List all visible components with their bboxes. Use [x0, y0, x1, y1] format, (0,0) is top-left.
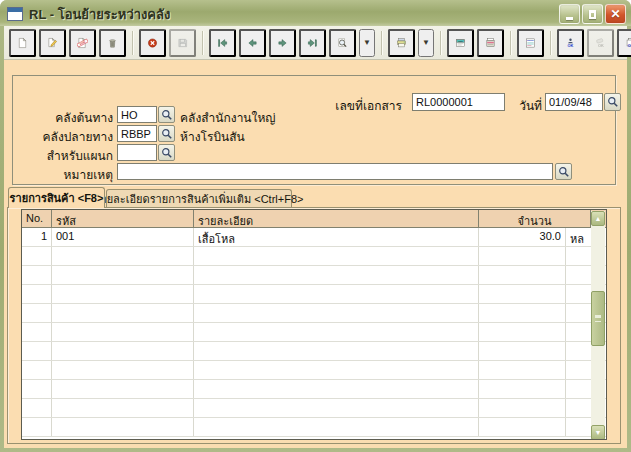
source-warehouse-input[interactable] [117, 106, 157, 123]
grid-cell[interactable] [566, 304, 591, 322]
grid-cell[interactable] [479, 247, 566, 265]
grid-cell[interactable]: 30.0 [479, 228, 566, 246]
grid-cell[interactable] [22, 399, 52, 417]
close-button[interactable]: ✕ [605, 4, 626, 24]
table-row[interactable] [22, 418, 606, 437]
previous-record-button[interactable] [239, 29, 266, 57]
print-dropdown-caret[interactable]: ▼ [418, 29, 434, 57]
source-warehouse-lookup-button[interactable] [158, 106, 175, 123]
date-lookup-button[interactable] [604, 93, 621, 111]
grid-cell[interactable] [52, 399, 194, 417]
grid-cell[interactable] [194, 266, 479, 284]
grid-cell[interactable] [194, 418, 479, 436]
grid-cell[interactable] [566, 247, 591, 265]
vertical-scrollbar[interactable]: ▲ ▼ [591, 211, 605, 440]
remark-lookup-button[interactable] [555, 163, 572, 180]
search-button[interactable] [329, 29, 356, 57]
grid-cell[interactable] [22, 304, 52, 322]
grid-cell[interactable] [194, 247, 479, 265]
grid-cell[interactable] [566, 342, 591, 360]
tab-item-list[interactable]: รายการสินค้า <F8> [8, 187, 105, 208]
grid-cell[interactable] [479, 380, 566, 398]
grid-cell[interactable] [22, 418, 52, 436]
approve-button[interactable]: OK [557, 29, 584, 57]
note-button[interactable]: Note [447, 29, 474, 57]
grid-cell[interactable] [194, 399, 479, 417]
grid-cell[interactable] [52, 285, 194, 303]
grid-cell[interactable] [566, 380, 591, 398]
confirm-documents-button[interactable]: OK [617, 29, 631, 57]
edit-document-button[interactable] [39, 29, 66, 57]
grid-cell[interactable] [566, 361, 591, 379]
dest-warehouse-input[interactable] [117, 125, 157, 142]
grid-cell[interactable] [479, 304, 566, 322]
table-row[interactable]: 1001เสื้อโหล30.0หล [22, 228, 606, 247]
grid-cell[interactable] [566, 323, 591, 341]
grid-cell[interactable] [479, 342, 566, 360]
grid-cell[interactable] [479, 399, 566, 417]
grid-cell[interactable] [52, 304, 194, 322]
grid-cell[interactable] [479, 266, 566, 284]
grid-cell[interactable]: หล [566, 228, 591, 246]
cancel-button[interactable] [139, 29, 166, 57]
table-row[interactable] [22, 266, 606, 285]
new-document-button[interactable] [9, 29, 36, 57]
print-button[interactable] [388, 29, 415, 57]
next-record-button[interactable] [269, 29, 296, 57]
grid-cell[interactable] [22, 342, 52, 360]
grid-cell[interactable] [22, 361, 52, 379]
grid-cell[interactable] [52, 323, 194, 341]
table-row[interactable] [22, 247, 606, 266]
grid-cell[interactable] [479, 285, 566, 303]
grid-cell[interactable] [194, 342, 479, 360]
grid-cell[interactable] [566, 285, 591, 303]
table-row[interactable] [22, 285, 606, 304]
minimize-button[interactable] [559, 4, 580, 24]
grid-cell[interactable] [52, 266, 194, 284]
grid-cell[interactable] [52, 247, 194, 265]
remark-input[interactable] [117, 163, 553, 180]
grid-cell[interactable] [194, 361, 479, 379]
dest-warehouse-lookup-button[interactable] [158, 125, 175, 142]
department-input[interactable] [117, 144, 157, 161]
scrollbar-thumb[interactable] [591, 291, 605, 346]
grid-cell[interactable] [194, 380, 479, 398]
grid-cell[interactable] [194, 323, 479, 341]
grid-cell[interactable]: 1 [22, 228, 52, 246]
grid-cell[interactable] [194, 304, 479, 322]
void-document-button[interactable]: VOID [69, 29, 96, 57]
save-button[interactable] [169, 29, 196, 57]
maximize-button[interactable] [582, 4, 603, 24]
grid-cell[interactable] [22, 323, 52, 341]
last-record-button[interactable] [299, 29, 326, 57]
table-row[interactable] [22, 304, 606, 323]
reprint-form-button[interactable]: REUNL [517, 29, 544, 57]
print-device-button[interactable] [477, 29, 504, 57]
first-record-button[interactable] [209, 29, 236, 57]
grid-cell[interactable] [566, 418, 591, 436]
grid-cell[interactable] [22, 266, 52, 284]
tab-item-details[interactable]: รายละเอียดรายการสินค้าเพิ่มเติม <Ctrl+F8… [106, 189, 292, 208]
grid-cell[interactable] [479, 323, 566, 341]
unapprove-button[interactable]: OK [587, 29, 614, 57]
grid-cell[interactable] [52, 418, 194, 436]
grid-cell[interactable] [52, 342, 194, 360]
table-row[interactable] [22, 342, 606, 361]
grid-cell[interactable] [22, 285, 52, 303]
search-dropdown-caret[interactable]: ▼ [359, 29, 375, 57]
table-row[interactable] [22, 323, 606, 342]
scroll-down-button[interactable]: ▼ [591, 425, 605, 440]
grid-cell[interactable] [52, 380, 194, 398]
table-row[interactable] [22, 380, 606, 399]
delete-button[interactable] [99, 29, 126, 57]
table-row[interactable] [22, 361, 606, 380]
date-input[interactable] [545, 93, 603, 111]
department-lookup-button[interactable] [158, 144, 175, 161]
grid-cell[interactable] [194, 285, 479, 303]
grid-cell[interactable] [22, 380, 52, 398]
grid-cell[interactable]: 001 [52, 228, 194, 246]
grid-cell[interactable] [566, 266, 591, 284]
grid-cell[interactable]: เสื้อโหล [194, 228, 479, 246]
grid-cell[interactable] [22, 247, 52, 265]
scroll-up-button[interactable]: ▲ [591, 211, 605, 226]
